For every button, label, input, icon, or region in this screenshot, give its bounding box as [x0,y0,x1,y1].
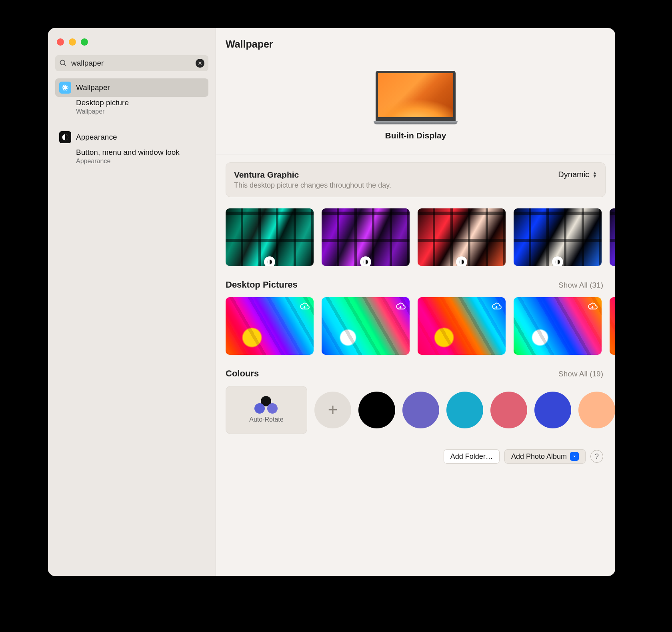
main-content: Wallpaper Built-in Display Ventura Graph… [216,28,615,576]
appearance-badge-icon [552,256,563,266]
add-folder-button[interactable]: Add Folder… [444,449,500,464]
download-icon [587,301,598,312]
wallpaper-thumb[interactable] [610,297,615,355]
page-title: Wallpaper [216,38,615,50]
plus-icon: + [328,400,338,420]
svg-point-12 [555,260,560,264]
desktop-pictures-row [216,297,615,355]
wallpaper-icon [59,82,71,94]
sidebar-item-label: Wallpaper [76,83,110,92]
button-label: Add Folder… [450,452,493,461]
add-photo-album-button[interactable]: Add Photo Album [504,449,586,464]
current-wallpaper-name: Ventura Graphic [234,170,391,180]
subresult-section: Wallpaper [76,108,204,115]
wallpaper-thumb[interactable] [322,297,410,355]
wallpaper-thumb[interactable] [514,297,602,355]
dynamic-wallpaper-row [216,208,615,266]
section-title: Colours [226,368,259,379]
wallpaper-mode-value: Dynamic [558,170,589,179]
download-icon [491,301,502,312]
wallpaper-thumb[interactable] [418,297,506,355]
svg-point-10 [363,260,368,264]
window-controls [54,37,210,55]
subresult-section: Appearance [76,158,204,165]
search-results: Wallpaper Desktop picture Wallpaper Appe… [55,78,208,170]
svg-point-9 [267,260,272,264]
appearance-icon [59,131,71,143]
wallpaper-thumb[interactable] [610,208,615,266]
wallpaper-thumb[interactable] [322,208,410,266]
show-all-button[interactable]: Show All (31) [558,281,603,290]
colour-swatch[interactable] [358,392,395,428]
subresult-title: Button, menu and window look [76,148,204,157]
colour-swatch[interactable] [402,392,439,428]
chevron-updown-icon: ▲▼ [592,172,597,178]
sidebar-subresult-desktop-picture[interactable]: Desktop picture Wallpaper [55,97,208,120]
minimize-window-button[interactable] [69,38,76,46]
wallpaper-thumb[interactable] [226,297,314,355]
clear-search-button[interactable] [196,59,204,68]
current-wallpaper-card: Ventura Graphic This desktop picture cha… [226,162,606,197]
sidebar-item-wallpaper[interactable]: Wallpaper [55,78,208,97]
divider [216,154,615,154]
current-wallpaper-desc: This desktop picture changes throughout … [234,181,391,190]
colour-swatch[interactable] [446,392,483,428]
system-settings-window: Wallpaper Desktop picture Wallpaper Appe… [48,28,615,576]
download-icon [299,301,310,312]
section-header-colours: Colours Show All (19) [216,355,615,386]
appearance-badge-icon [360,256,371,266]
show-all-button[interactable]: Show All (19) [558,370,603,378]
wallpaper-thumb[interactable] [418,208,506,266]
svg-point-0 [60,60,65,65]
sidebar: Wallpaper Desktop picture Wallpaper Appe… [48,28,216,576]
footer-actions: Add Folder… Add Photo Album ? [216,446,615,464]
colours-row: Auto-Rotate + [216,386,615,446]
fullscreen-window-button[interactable] [81,38,88,46]
wallpaper-thumb[interactable] [514,208,602,266]
wallpaper-thumb[interactable] [226,208,314,266]
colour-swatch[interactable] [578,392,615,428]
close-window-button[interactable] [57,38,64,46]
sidebar-subresult-button-look[interactable]: Button, menu and window look Appearance [55,146,208,170]
section-title: Desktop Pictures [226,280,298,290]
monitor-preview[interactable] [376,71,456,124]
search-field-container [55,55,208,71]
appearance-badge-icon [456,256,467,266]
section-header-desktop-pictures: Desktop Pictures Show All (31) [216,266,615,297]
auto-rotate-button[interactable]: Auto-Rotate [226,386,307,434]
search-icon [59,59,67,67]
colour-swatch[interactable] [490,392,527,428]
sidebar-item-label: Appearance [76,133,117,142]
auto-rotate-icon [254,397,278,413]
colour-swatch[interactable] [534,392,571,428]
help-button[interactable]: ? [590,450,603,463]
chevron-down-icon [570,452,579,461]
appearance-badge-icon [264,256,275,266]
monitor-base-icon [374,121,458,124]
button-label: Add Photo Album [511,452,567,461]
wallpaper-mode-popup[interactable]: Dynamic ▲▼ [558,170,597,179]
display-name: Built-in Display [385,131,446,140]
download-icon [395,301,406,312]
svg-point-11 [459,260,464,264]
svg-line-1 [64,64,66,66]
subresult-title: Desktop picture [76,98,204,107]
sidebar-item-appearance[interactable]: Appearance [55,128,208,146]
display-preview: Built-in Display [216,50,615,154]
search-input[interactable] [55,55,208,71]
monitor-screen-icon [376,71,456,121]
auto-rotate-label: Auto-Rotate [249,416,283,423]
add-colour-button[interactable]: + [314,392,351,428]
